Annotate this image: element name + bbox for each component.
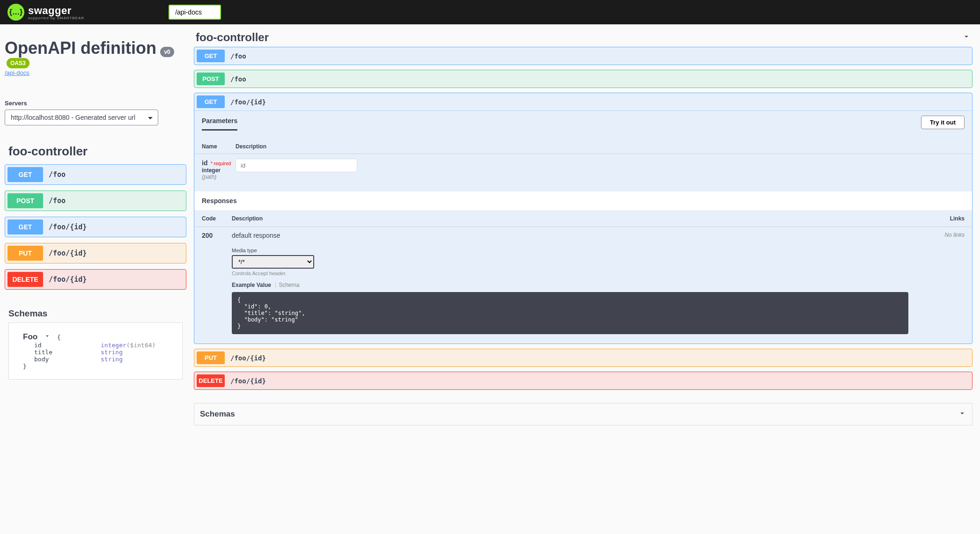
servers-label: Servers [5,100,186,107]
col-links: Links [936,215,965,222]
brand-text: swagger [28,5,84,17]
opblock-delete-foo--id-[interactable]: DELETE/foo/{id} [194,372,973,390]
col-description: Description [236,143,266,150]
version-badge: v0 [160,47,174,57]
op-path: /foo/{id} [49,275,87,284]
col-code: Code [202,215,232,222]
param-type: integer [202,167,236,174]
method-badge: POST [7,193,43,208]
op-path: /foo/{id} [230,377,266,385]
schema-name[interactable]: Foo [23,332,37,341]
no-links: No links [936,232,965,238]
opblock-summary[interactable]: GET /foo/{id} [194,93,972,110]
opblock-post-foo[interactable]: POST/foo [194,70,973,88]
op-path: /foo [49,170,66,179]
schema-prop-body: bodystring [34,356,168,363]
try-it-out-button[interactable]: Try it out [921,116,965,129]
opblock-summary[interactable]: PUT/foo/{id} [5,243,186,263]
opblock-get-foo--id-[interactable]: GET/foo/{id} [5,217,186,237]
schemas-title[interactable]: Schemas [8,308,184,319]
method-badge: PUT [197,351,225,364]
op-path: /foo/{id} [230,98,266,106]
schemas-title-right: Schemas [200,410,958,419]
schema-prop-title: titlestring [34,349,168,356]
opblock-summary[interactable]: PUT/foo/{id} [194,349,972,366]
controller-section-title[interactable]: foo-controller [8,144,186,159]
tab-parameters[interactable]: Parameters [202,117,237,131]
servers-select[interactable]: http://localhost:8080 - Generated server… [5,110,158,125]
opblock-get-foo[interactable]: GET/foo [194,47,973,65]
swagger-logo: {…} swagger supported by SMARTBEAR [7,4,84,21]
brand-subtext: supported by SMARTBEAR [28,16,84,20]
schema-type: string [101,349,123,356]
method-badge: GET [197,95,225,108]
method-badge: GET [197,50,225,62]
opblock-put-foo--id-[interactable]: PUT/foo/{id} [5,243,186,263]
opblock-summary[interactable]: POST/foo [5,191,186,211]
param-in: (path) [202,174,236,180]
op-path: /foo/{id} [49,223,87,231]
schema-format: ($int64) [126,342,156,349]
example-code: { "id": 0, "title": "string", "body": "s… [232,292,908,334]
method-badge: GET [7,219,43,234]
api-title: OpenAPI definition [5,38,156,58]
param-required: * required [211,161,231,166]
col-name: Name [202,143,236,150]
method-badge: GET [7,167,43,182]
media-type-select[interactable]: */* [232,255,314,269]
schemas-box: Foo { idinteger($int64)titlestringbodyst… [8,322,183,380]
responses-label: Responses [194,191,972,211]
schema-type: integer [101,342,126,349]
opblock-put-foo--id-[interactable]: PUT/foo/{id} [194,349,973,367]
brace-close: } [23,363,168,370]
opblock-summary[interactable]: GET/foo [194,47,972,65]
op-path: /foo/{id} [230,354,266,362]
op-path: /foo [230,75,246,83]
opblock-summary[interactable]: DELETE/foo/{id} [194,372,972,389]
left-panel: OpenAPI definition v0 OAS3 /api-docs Ser… [0,24,191,430]
resp-code: 200 [202,232,232,239]
opblock-get-foo[interactable]: GET/foo [5,164,186,185]
schema-key: title [34,349,101,356]
resp-description: default response [232,232,936,239]
chevron-down-icon[interactable] [962,32,971,43]
method-badge: DELETE [197,374,225,387]
brace-open: { [57,334,61,341]
method-badge: PUT [7,246,43,261]
docs-url-input[interactable] [169,5,221,20]
opblock-post-foo[interactable]: POST/foo [5,190,186,211]
opblock-summary[interactable]: DELETE/foo/{id} [5,270,186,289]
op-path: /foo [49,197,66,205]
opblock-delete-foo--id-[interactable]: DELETE/foo/{id} [5,269,186,290]
swagger-icon: {…} [7,4,24,21]
param-name: id [202,159,207,167]
right-panel: foo-controller GET/fooPOST/foo GET /foo/… [191,24,980,430]
oas-badge: OAS3 [7,58,29,68]
method-badge: POST [197,73,225,85]
opblock-body: Parameters Try it out Name Description i… [194,110,972,344]
media-type-label: Media type [232,248,936,253]
api-docs-link[interactable]: /api-docs [5,69,186,76]
media-hint: Controls Accept header. [232,271,936,276]
op-path: /foo/{id} [49,249,87,257]
param-id-input[interactable] [236,159,357,172]
controller-section-title-right[interactable]: foo-controller [196,31,962,44]
topbar: {…} swagger supported by SMARTBEAR [0,0,980,24]
schema-prop-id: idinteger($int64) [34,342,168,349]
opblock-summary[interactable]: GET/foo/{id} [5,217,186,237]
opblock-summary[interactable]: GET/foo [5,165,186,184]
schema-key: body [34,356,101,363]
chevron-down-icon[interactable] [44,333,51,341]
method-badge: DELETE [7,272,43,287]
chevron-down-icon[interactable] [958,409,966,419]
tab-schema[interactable]: Schema [275,282,299,288]
opblock-summary[interactable]: POST/foo [194,70,972,88]
col-desc: Description [232,215,936,222]
schemas-section-right[interactable]: Schemas [194,403,973,425]
tab-example-value[interactable]: Example Value [232,282,271,288]
schema-key: id [34,342,101,349]
schema-type: string [101,356,123,363]
op-path: /foo [230,52,246,60]
opblock-get-foo-id: GET /foo/{id} Parameters Try it out Name… [194,93,973,344]
